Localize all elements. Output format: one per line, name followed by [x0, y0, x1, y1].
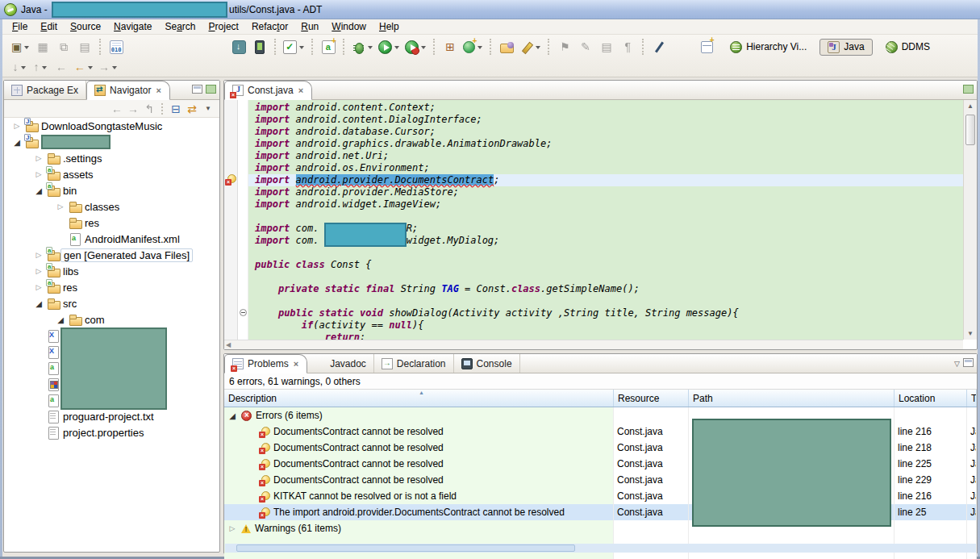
forward-button[interactable]: → — [125, 101, 141, 117]
link-with-editor-button[interactable]: ⇄ — [184, 101, 200, 117]
expand-arrow-icon[interactable]: ▷ — [31, 170, 47, 178]
editor-horizontal-scrollbar[interactable]: ◀ — [224, 340, 963, 349]
menu-source[interactable]: Source — [64, 20, 107, 33]
column-header-location[interactable]: Location — [895, 390, 967, 407]
tab-navigator[interactable]: Navigator× — [86, 81, 170, 100]
menu-edit[interactable]: Edit — [34, 20, 64, 33]
collapse-arrow-icon[interactable]: ◢ — [31, 299, 47, 308]
new-java-class-button[interactable] — [461, 38, 485, 56]
expand-arrow-icon[interactable]: ▷ — [31, 267, 47, 275]
maximize-icon[interactable] — [963, 85, 974, 94]
tree-item-assets[interactable]: ▷aassets — [4, 166, 219, 182]
editor-vertical-scrollbar[interactable]: ▲ ▼ — [963, 100, 977, 340]
tab-problems[interactable]: Problems× — [224, 354, 307, 373]
scroll-up-icon[interactable]: ▲ — [964, 102, 977, 110]
back-button[interactable]: ← — [109, 101, 125, 117]
search-button[interactable] — [518, 38, 543, 56]
android-sdk-manager-button[interactable] — [229, 38, 248, 56]
tree-item[interactable]: ◢J — [4, 134, 219, 150]
tab-console[interactable]: Console — [454, 354, 520, 373]
tree-item-downloadsongtastemusic[interactable]: ▷JDownloadSongtasteMusic — [4, 118, 219, 134]
perspective-hierarchy-vi-[interactable]: Hierarchy Vi... — [722, 39, 815, 56]
run-external-button[interactable] — [403, 38, 428, 56]
save-button[interactable]: ▦ — [33, 38, 52, 56]
run-history-button[interactable] — [281, 38, 307, 56]
view-menu-icon[interactable]: ▽ — [954, 358, 960, 368]
menu-project[interactable]: Project — [202, 20, 245, 33]
tab-package-ex[interactable]: Package Ex — [4, 81, 86, 99]
forward-button[interactable]: → — [97, 58, 119, 76]
collapse-arrow-icon[interactable]: ◢ — [31, 186, 47, 195]
minimize-icon[interactable] — [963, 358, 974, 367]
minimize-icon[interactable] — [192, 85, 202, 94]
problems-horizontal-scrollbar[interactable] — [225, 544, 976, 553]
open-type-button[interactable] — [497, 38, 516, 56]
tab-declaration[interactable]: Declaration — [374, 354, 454, 373]
tree-item-libs[interactable]: ▷alibs — [4, 263, 219, 279]
scroll-left-icon[interactable]: ◀ — [226, 341, 231, 348]
fold-collapse-icon[interactable] — [240, 309, 247, 316]
code-area[interactable]: import android.content.Context;import an… — [248, 100, 963, 340]
tree-item-res[interactable]: ▷ares — [4, 279, 219, 295]
run-button[interactable] — [377, 38, 402, 56]
new-wizard-button[interactable]: ▣ — [10, 38, 31, 56]
print-button[interactable]: ▤ — [75, 38, 94, 56]
open-perspective-button[interactable] — [697, 38, 716, 56]
scrollbar-thumb[interactable] — [965, 115, 975, 145]
error-marker-icon[interactable] — [226, 174, 236, 185]
tab-javadoc[interactable]: Javadoc — [307, 354, 374, 373]
collapse-arrow-icon[interactable]: ◢ — [52, 315, 69, 324]
tree-item-classes[interactable]: ▷classes — [4, 198, 219, 215]
show-source-button[interactable]: ▤ — [597, 38, 616, 56]
last-edit-location-button[interactable]: ← — [52, 58, 71, 76]
expand-arrow-icon[interactable]: ▷ — [9, 122, 25, 130]
menu-window[interactable]: Window — [325, 20, 373, 33]
scrollbar-thumb[interactable] — [236, 544, 575, 552]
close-icon[interactable]: × — [293, 359, 299, 369]
maximize-icon[interactable] — [206, 85, 216, 94]
folding-ruler[interactable] — [238, 100, 248, 340]
expand-arrow-icon[interactable]: ▷ — [227, 524, 237, 532]
perspective-java[interactable]: Java — [819, 39, 872, 56]
annotation-ruler[interactable] — [224, 100, 238, 340]
tree-item-res[interactable]: res — [4, 215, 219, 231]
close-icon[interactable]: × — [298, 86, 304, 95]
expand-arrow-icon[interactable]: ▷ — [31, 154, 47, 162]
tree-item-src[interactable]: ◢src — [4, 295, 219, 311]
back-button[interactable]: ← — [73, 58, 95, 76]
external-edit-button[interactable]: ✎ — [576, 38, 595, 56]
collapse-all-button[interactable]: ⊟ — [168, 101, 184, 117]
column-header-path[interactable]: Path — [689, 390, 895, 407]
annotation-pen-button[interactable] — [649, 38, 669, 56]
tab-const-java[interactable]: Const.java× — [224, 81, 312, 100]
tree-item-bin[interactable]: ◢abin — [4, 182, 219, 198]
expand-arrow-icon[interactable]: ▷ — [31, 251, 47, 259]
collapse-arrow-icon[interactable]: ◢ — [9, 138, 25, 147]
column-header-description[interactable]: Description▲ — [224, 390, 614, 407]
tree-item-proguard-project-txt[interactable]: proguard-project.txt — [4, 408, 219, 424]
menu-run[interactable]: Run — [294, 20, 325, 33]
debug-button[interactable] — [350, 38, 375, 56]
scroll-down-icon[interactable]: ▼ — [964, 330, 977, 337]
perspective-ddms[interactable]: DDMS — [878, 39, 938, 56]
up-button[interactable]: ↰ — [141, 101, 157, 117]
collapse-arrow-icon[interactable]: ◢ — [227, 411, 237, 420]
menu-help[interactable]: Help — [373, 20, 406, 33]
tree-item-project-properties[interactable]: project.properties — [4, 424, 219, 440]
tree-item-androidmanifest-xml[interactable]: aAndroidManifest.xml — [4, 231, 219, 247]
save-all-button[interactable]: ⧉ — [54, 38, 73, 56]
new-android-app-button[interactable] — [319, 38, 338, 56]
close-icon[interactable]: × — [155, 86, 161, 95]
column-header-t[interactable]: T — [967, 390, 977, 407]
column-header-resource[interactable]: Resource — [614, 390, 689, 407]
tree-item-gen-generated-java-files-[interactable]: ▷agen [Generated Java Files] — [4, 247, 219, 263]
tree-item-com[interactable]: ◢com — [4, 311, 219, 327]
expand-arrow-icon[interactable]: ▷ — [31, 283, 47, 291]
menu-refactor[interactable]: Refactor — [245, 20, 294, 33]
next-edit-button[interactable]: ↓ — [10, 58, 29, 76]
next-annotation-button[interactable]: ⚑ — [555, 38, 574, 56]
binary-console-button[interactable] — [106, 38, 126, 56]
prev-edit-button[interactable]: ↑ — [31, 58, 50, 76]
view-menu-button[interactable]: ▼ — [200, 101, 216, 117]
show-whitespace-button[interactable]: ¶ — [618, 38, 637, 56]
